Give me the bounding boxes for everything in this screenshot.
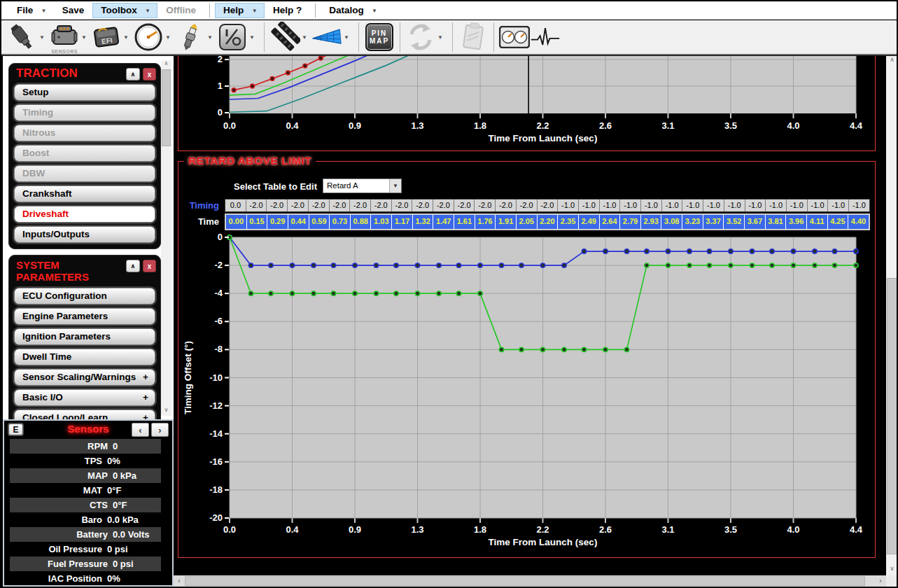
spark-plug-dropdown-arrow[interactable]: ▼ — [206, 22, 214, 52]
chevron-down-icon[interactable]: ▾ — [42, 7, 45, 14]
collapse-panel-button[interactable]: ∧ — [126, 260, 140, 272]
time-cell[interactable]: 2.49 — [579, 215, 600, 229]
time-cell[interactable]: 1.32 — [413, 215, 434, 229]
sidebar-scrollbar[interactable]: ∧ ∨ — [161, 60, 171, 416]
scroll-up-arrow[interactable]: ∧ — [161, 60, 171, 69]
timing-cell[interactable]: -2.0 — [371, 200, 392, 211]
time-cell[interactable]: 0.00 — [226, 215, 247, 229]
menu-item-datalog[interactable]: Datalog▾ — [321, 3, 384, 18]
vertical-scrollbar[interactable]: ∧ ∨ — [886, 56, 898, 575]
ecu-efi-icon[interactable]: EFI — [91, 22, 122, 52]
dashboard-gauges-icon[interactable] — [499, 22, 530, 52]
sidebar-item-inputs-outputs[interactable]: Inputs/Outputs — [14, 226, 155, 243]
time-cell[interactable]: 3.23 — [682, 215, 703, 229]
time-cell[interactable]: 3.96 — [786, 215, 807, 229]
time-cell[interactable]: 2.35 — [558, 215, 579, 229]
timing-cell[interactable]: -1.0 — [600, 200, 621, 211]
sidebar-item-basic-i-o[interactable]: Basic I/O+ — [14, 389, 155, 406]
gauge-icon[interactable] — [133, 22, 164, 52]
menu-item-offline[interactable]: Offline — [157, 3, 204, 18]
sidebar-item-ecu-configuration[interactable]: ECU Configuration — [14, 288, 155, 304]
time-cell[interactable]: 4.11 — [807, 215, 828, 229]
collapse-panel-button[interactable]: ∧ — [126, 68, 140, 80]
spark-plug-icon[interactable] — [175, 22, 206, 52]
time-cell[interactable]: 4.40 — [848, 215, 869, 229]
chevron-down-icon[interactable]: ▾ — [253, 7, 256, 14]
timing-cell[interactable]: -1.0 — [558, 200, 579, 211]
expand-plus-icon[interactable]: + — [143, 390, 148, 405]
time-cell[interactable]: 0.15 — [247, 215, 268, 229]
ecu-dropdown-arrow[interactable]: ▼ — [122, 22, 130, 52]
sidebar-item-crankshaft[interactable]: Crankshaft — [14, 186, 155, 202]
time-cell[interactable]: 3.52 — [724, 215, 745, 229]
scrollbar-thumb[interactable] — [185, 576, 865, 586]
timing-cell[interactable]: -2.0 — [267, 200, 288, 211]
mesh-dropdown-arrow[interactable]: ▼ — [342, 22, 351, 52]
timing-cell[interactable]: -2.0 — [330, 200, 351, 211]
scroll-down-arrow[interactable]: ∨ — [886, 565, 898, 575]
scroll-up-arrow[interactable]: ∧ — [886, 56, 898, 66]
time-cell[interactable]: 0.29 — [267, 215, 288, 229]
time-cell[interactable]: 2.79 — [620, 215, 641, 229]
timing-cell[interactable]: -2.0 — [309, 200, 330, 211]
timing-cell[interactable]: -1.0 — [579, 200, 600, 211]
timing-cell[interactable]: -1.0 — [662, 200, 683, 211]
expand-plus-icon[interactable]: + — [143, 410, 148, 419]
menu-item-toolbox[interactable]: Toolbox▾ — [92, 3, 157, 18]
time-cell[interactable]: 1.91 — [496, 215, 517, 229]
notes-clipboard-icon[interactable] — [458, 22, 489, 52]
sensors-dropdown-arrow[interactable]: ▼ — [80, 22, 88, 52]
time-cell[interactable]: 2.93 — [641, 215, 662, 229]
table-select-dropdown[interactable]: Retard A ▼ — [323, 178, 402, 193]
timing-cell[interactable]: -2.0 — [496, 200, 517, 211]
retard-chart[interactable]: 0-2-4-6-8-10-12-14-16-18-200.00.40.91.31… — [178, 232, 875, 558]
tire-dropdown-arrow[interactable]: ▼ — [300, 22, 309, 52]
timing-cell[interactable]: -1.0 — [620, 200, 641, 211]
expand-plus-icon[interactable]: + — [143, 370, 148, 385]
time-cell[interactable]: 1.17 — [392, 215, 413, 229]
timing-cell[interactable]: -1.0 — [787, 200, 808, 211]
timing-cell[interactable]: -1.0 — [745, 200, 766, 211]
sidebar-item-dwell-time[interactable]: Dwell Time — [14, 349, 155, 365]
sync-dropdown-arrow[interactable]: ▼ — [436, 22, 444, 52]
time-cell[interactable]: 3.81 — [766, 215, 787, 229]
launch-chart[interactable]: 0.00.40.91.31.82.22.63.13.54.04.4Time Fr… — [178, 56, 875, 150]
timing-cell[interactable]: -2.0 — [412, 200, 433, 211]
timing-cell[interactable]: -2.0 — [538, 200, 559, 211]
timing-cell[interactable]: -1.0 — [641, 200, 662, 211]
timing-cell[interactable]: -2.0 — [350, 200, 371, 211]
chevron-down-icon[interactable]: ▼ — [389, 179, 401, 192]
timing-cell[interactable]: -2.0 — [454, 200, 475, 211]
timing-cell[interactable]: -2.0 — [392, 200, 413, 211]
scroll-down-arrow[interactable]: ∨ — [161, 407, 171, 416]
menu-item-file[interactable]: File▾ — [8, 3, 54, 18]
sidebar-item-ignition-parameters[interactable]: Ignition Parameters — [14, 328, 155, 345]
menu-item-help[interactable]: Help ? — [265, 3, 310, 18]
tire-traction-icon[interactable] — [269, 22, 300, 52]
scrollbar-thumb[interactable] — [162, 69, 171, 146]
timing-cell[interactable]: -1.0 — [703, 200, 724, 211]
timing-cell[interactable]: -1.0 — [724, 200, 745, 211]
table-mesh-icon[interactable] — [311, 22, 342, 52]
time-cell[interactable]: 3.37 — [703, 215, 724, 229]
menu-item-help[interactable]: Help▾ — [215, 3, 265, 18]
sidebar-item-sensor-scaling-warnings[interactable]: Sensor Scaling/Warnings+ — [14, 369, 155, 386]
sensors-prev-button[interactable]: ‹ — [132, 423, 149, 437]
sensors-connector-icon[interactable]: SENSORS — [49, 22, 80, 52]
time-cell[interactable]: 1.47 — [433, 215, 454, 229]
chevron-down-icon[interactable]: ▾ — [146, 7, 150, 14]
chevron-down-icon[interactable]: ▾ — [373, 7, 377, 14]
datalog-pulse-icon[interactable] — [530, 22, 561, 52]
scroll-left-arrow[interactable]: ‹ — [174, 575, 185, 587]
timing-cell[interactable]: -1.0 — [828, 200, 849, 211]
time-cell[interactable]: 0.44 — [288, 215, 309, 229]
time-cell[interactable]: 0.59 — [309, 215, 330, 229]
io-icon[interactable] — [217, 22, 248, 52]
fuel-injector-dropdown-arrow[interactable]: ▼ — [38, 22, 46, 52]
io-dropdown-arrow[interactable]: ▼ — [248, 22, 256, 52]
timing-cell[interactable]: -1.0 — [808, 200, 829, 211]
scroll-right-arrow[interactable]: › — [875, 575, 886, 587]
time-cell[interactable]: 1.61 — [454, 215, 475, 229]
close-panel-button[interactable]: x — [143, 260, 156, 272]
time-cell[interactable]: 2.20 — [538, 215, 559, 229]
